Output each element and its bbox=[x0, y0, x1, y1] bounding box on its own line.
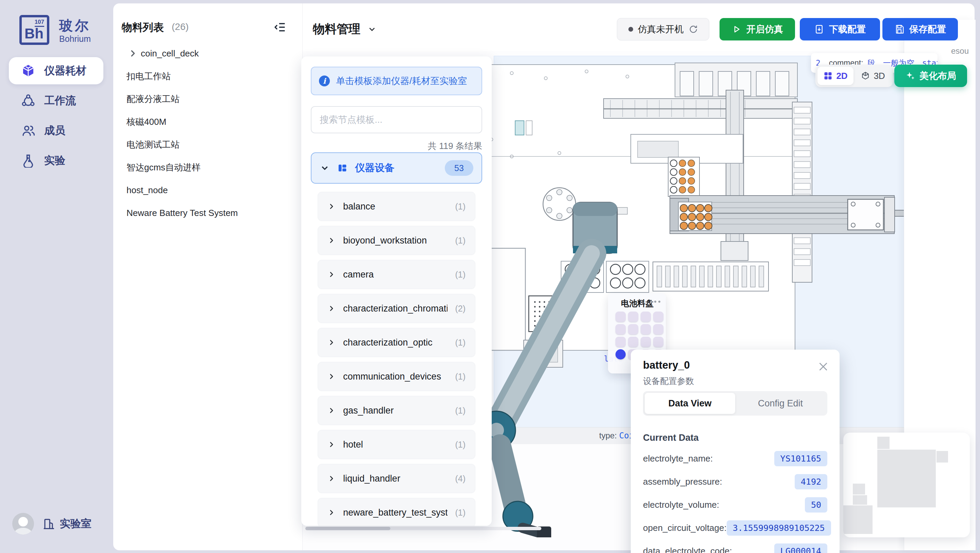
tree-item-label: coin_cell_deck bbox=[141, 48, 199, 59]
battery-slot[interactable] bbox=[641, 337, 651, 347]
brand-name-cn: 玻尔 bbox=[59, 16, 91, 35]
sidebar-item-label: 仪器耗材 bbox=[44, 64, 86, 78]
battery-slot-selected[interactable] bbox=[616, 349, 626, 360]
data-key: electrolyte_name: bbox=[643, 453, 713, 464]
beautify-layout-button[interactable]: 美化布局 bbox=[894, 65, 967, 87]
tree-item-host_node[interactable]: host_node bbox=[120, 179, 303, 201]
save-config-button[interactable]: 保存配置 bbox=[882, 18, 958, 40]
status-dot-icon bbox=[628, 27, 633, 32]
template-item-communication_devices[interactable]: communication_devices(1) bbox=[318, 362, 476, 391]
toggle-2d-button[interactable]: 2D bbox=[818, 67, 853, 85]
save-icon bbox=[894, 24, 905, 34]
sidebar-item-3[interactable]: 成员 bbox=[9, 117, 103, 144]
chevron-right-icon bbox=[328, 338, 336, 347]
battery-slot[interactable] bbox=[628, 324, 638, 334]
sidebar-item-label: 工作流 bbox=[44, 94, 76, 108]
element-symbol: Bh bbox=[24, 25, 43, 42]
template-item-camera[interactable]: camera(1) bbox=[318, 260, 476, 289]
template-item-neware_battery_test_system[interactable]: neware_battery_test_system(1) bbox=[318, 498, 476, 526]
download-config-button[interactable]: 下载配置 bbox=[800, 18, 880, 40]
template-item-characterization_chromatic[interactable]: characterization_chromatic(2) bbox=[318, 294, 476, 323]
tree-item-电池测试工站[interactable]: 电池测试工站 bbox=[120, 133, 303, 156]
template-item-count: (1) bbox=[455, 372, 466, 382]
battery-slot[interactable] bbox=[616, 324, 626, 334]
battery-slot[interactable] bbox=[641, 324, 651, 334]
data-row-open_circuit_voltage: open_circuit_voltage:3.1559998989105225 bbox=[643, 518, 827, 537]
data-row-electrolyte_name: electrolyte_name:YS101165 bbox=[643, 449, 827, 468]
tree-item-核磁400M[interactable]: 核磁400M bbox=[120, 110, 303, 133]
add-template-hint-banner[interactable]: i 单击模板添加仪器/耗材至实验室 bbox=[311, 67, 482, 95]
template-item-label: bioyond_workstation bbox=[343, 235, 447, 246]
chevron-right-icon bbox=[328, 372, 336, 381]
template-item-characterization_optic[interactable]: characterization_optic(1) bbox=[318, 328, 476, 357]
battery-slot[interactable] bbox=[616, 312, 626, 322]
template-item-count: (1) bbox=[455, 440, 466, 449]
chevron-right-icon[interactable] bbox=[128, 48, 138, 59]
battery-slot[interactable] bbox=[653, 324, 663, 334]
tab-data-view[interactable]: Data View bbox=[645, 393, 735, 414]
minimap-block bbox=[853, 484, 865, 494]
sidebar-item-1[interactable]: 仪器耗材 bbox=[9, 57, 103, 84]
sidebar-item-4[interactable]: 实验 bbox=[9, 147, 103, 174]
template-item-label: characterization_chromatic bbox=[343, 303, 447, 314]
close-icon[interactable] bbox=[817, 360, 829, 373]
refresh-icon[interactable] bbox=[689, 24, 698, 34]
grid-2d-icon bbox=[823, 71, 833, 81]
result-count-label: 共 119 条结果 bbox=[428, 140, 482, 152]
template-item-label: hotel bbox=[343, 440, 447, 450]
template-item-gas_handler[interactable]: gas_handler(1) bbox=[318, 396, 476, 425]
data-key: data_electrolyte_code: bbox=[643, 546, 732, 553]
template-item-count: (2) bbox=[455, 304, 466, 314]
template-search-input[interactable] bbox=[311, 106, 482, 133]
template-item-list: balance(1)bioyond_workstation(1)camera(1… bbox=[301, 192, 492, 526]
tree-item-配液分液工站[interactable]: 配液分液工站 bbox=[120, 88, 303, 110]
chevron-right-icon bbox=[328, 406, 336, 414]
battery-slot[interactable] bbox=[653, 312, 663, 322]
canvas-hscrollbar-thumb[interactable] bbox=[305, 527, 390, 530]
members-icon bbox=[21, 123, 35, 138]
more-dots-icon[interactable] bbox=[649, 300, 661, 303]
materials-list-title: 物料列表 bbox=[122, 21, 164, 35]
toggle-3d-button[interactable]: 3D bbox=[855, 67, 891, 85]
minimap[interactable] bbox=[843, 433, 970, 537]
tree-item-label: 配液分液工站 bbox=[127, 93, 180, 105]
data-value-badge: 4192 bbox=[795, 474, 827, 489]
group-count-badge: 53 bbox=[445, 160, 473, 176]
popup-tabs: Data View Config Edit bbox=[643, 391, 827, 416]
tree-item-智达gcms自动进样[interactable]: 智达gcms自动进样 bbox=[120, 156, 303, 178]
minimap-block bbox=[937, 451, 948, 462]
template-item-count: (1) bbox=[455, 202, 466, 212]
template-item-liquid_handler[interactable]: liquid_handler(4) bbox=[318, 464, 476, 493]
tab-config-edit[interactable]: Config Edit bbox=[735, 393, 826, 414]
group-instruments[interactable]: 仪器设备 53 bbox=[311, 152, 482, 184]
info-icon: i bbox=[319, 75, 330, 86]
battery-slot[interactable] bbox=[628, 312, 638, 322]
sidebar-item-2[interactable]: 工作流 bbox=[9, 87, 103, 114]
tree-item-扣电工作站[interactable]: 扣电工作站 bbox=[120, 65, 303, 88]
tree-item-Neware Battery Test System[interactable]: Neware Battery Test System bbox=[120, 202, 303, 224]
battery-slot[interactable] bbox=[616, 337, 626, 347]
collapse-panel-icon[interactable] bbox=[274, 21, 286, 33]
tree-item-coin_cell_deck[interactable]: coin_cell_deck bbox=[120, 42, 305, 65]
page-title[interactable]: 物料管理 bbox=[313, 21, 377, 37]
template-item-label: characterization_optic bbox=[343, 337, 447, 348]
data-row-assembly_pressure: assembly_pressure:4192 bbox=[643, 472, 827, 491]
sidebar-footer[interactable]: 实验室 bbox=[12, 512, 104, 535]
avatar[interactable] bbox=[12, 513, 34, 535]
building-icon bbox=[42, 517, 55, 530]
sidebar-item-label: 成员 bbox=[44, 123, 65, 138]
cube-icon bbox=[21, 64, 35, 78]
template-panel: i 单击模板添加仪器/耗材至实验室 共 119 条结果 仪器设备 53 bala… bbox=[301, 56, 492, 526]
current-data-heading: Current Data bbox=[643, 433, 699, 443]
template-item-hotel[interactable]: hotel(1) bbox=[318, 430, 476, 459]
template-item-balance[interactable]: balance(1) bbox=[318, 192, 476, 221]
start-simulation-button[interactable]: 开启仿真 bbox=[719, 18, 795, 40]
battery-slot[interactable] bbox=[628, 337, 638, 347]
minimap-block bbox=[877, 437, 889, 449]
template-item-bioyond_workstation[interactable]: bioyond_workstation(1) bbox=[318, 226, 476, 255]
template-item-label: communication_devices bbox=[343, 371, 447, 382]
chevron-down-icon bbox=[367, 24, 377, 34]
data-key: electrolyte_volume: bbox=[643, 500, 719, 510]
battery-slot[interactable] bbox=[641, 312, 651, 322]
battery-slot[interactable] bbox=[653, 337, 663, 347]
